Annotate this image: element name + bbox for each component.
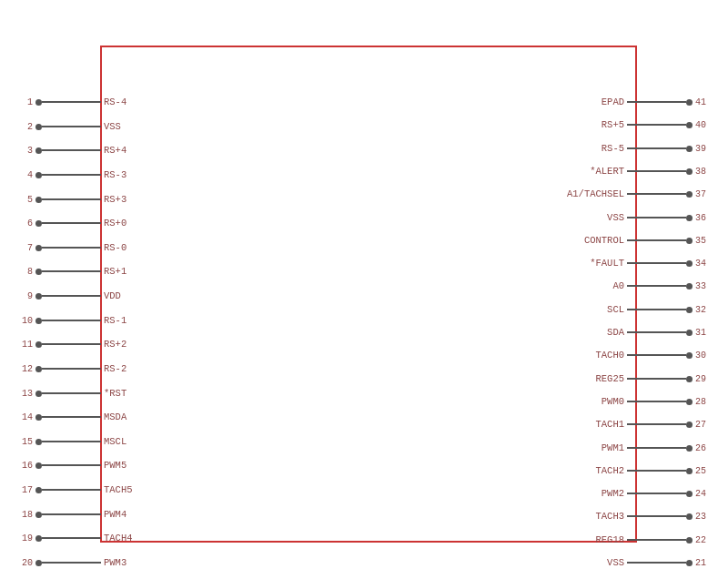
pin-number-left-16: 16 bbox=[18, 461, 33, 471]
pin-line-left-4 bbox=[42, 174, 101, 176]
pin-line-right-37 bbox=[627, 193, 686, 195]
pin-dot-left-20 bbox=[35, 560, 42, 566]
pin-line-right-28 bbox=[627, 401, 686, 402]
left-pin-row-4: 4RS-3 bbox=[18, 169, 126, 180]
pin-dot-left-11 bbox=[35, 341, 42, 348]
pin-label-left-19: TACH4 bbox=[101, 533, 133, 543]
pin-line-right-30 bbox=[627, 354, 686, 356]
pin-label-left-5: RS+3 bbox=[101, 194, 126, 205]
pin-dot-right-34 bbox=[686, 260, 693, 267]
pin-label-right-32: SCL bbox=[607, 304, 627, 315]
pin-line-right-22 bbox=[627, 539, 686, 541]
pin-number-left-7: 7 bbox=[18, 243, 33, 253]
pin-dot-right-28 bbox=[686, 399, 693, 405]
pin-number-left-2: 2 bbox=[18, 122, 33, 132]
pin-label-left-2: VSS bbox=[101, 121, 121, 132]
pin-number-right-41: 41 bbox=[695, 97, 710, 107]
pin-dot-left-6 bbox=[35, 220, 42, 227]
right-pin-row-38: 38*ALERT bbox=[590, 166, 710, 177]
pin-number-left-12: 12 bbox=[18, 364, 33, 374]
pin-dot-left-8 bbox=[35, 269, 42, 275]
pin-line-right-31 bbox=[627, 331, 686, 333]
left-pin-row-6: 6RS+0 bbox=[18, 218, 126, 229]
pin-dot-right-22 bbox=[686, 537, 693, 543]
pin-dot-left-4 bbox=[35, 172, 42, 178]
pin-label-left-14: MSDA bbox=[101, 411, 126, 422]
pin-dot-right-23 bbox=[686, 513, 693, 520]
pin-label-right-35: CONTROL bbox=[584, 235, 627, 246]
pin-label-right-24: PWM2 bbox=[602, 488, 627, 499]
pin-line-right-39 bbox=[627, 147, 686, 149]
pin-number-left-9: 9 bbox=[18, 291, 33, 301]
pin-line-left-5 bbox=[42, 198, 101, 200]
pin-label-right-36: VSS bbox=[607, 212, 627, 223]
left-pin-row-11: 11RS+2 bbox=[18, 339, 126, 350]
pin-dot-right-40 bbox=[686, 122, 693, 128]
pin-dot-right-39 bbox=[686, 146, 693, 152]
pin-label-right-21: VSS bbox=[607, 557, 627, 568]
pin-number-right-36: 36 bbox=[695, 213, 710, 223]
pin-line-left-11 bbox=[42, 343, 101, 345]
pin-line-left-13 bbox=[42, 392, 101, 394]
pin-label-left-3: RS+4 bbox=[101, 145, 126, 156]
pin-dot-left-18 bbox=[35, 512, 42, 518]
pin-line-left-9 bbox=[42, 295, 101, 297]
chip-container: 1RS-42VSS3RS+44RS-35RS+36RS+07RS-08RS+19… bbox=[18, 18, 710, 561]
left-pin-row-12: 12RS-2 bbox=[18, 363, 126, 374]
left-pin-row-19: 19TACH4 bbox=[18, 533, 133, 543]
pin-label-right-28: PWM0 bbox=[602, 396, 627, 407]
pin-line-left-6 bbox=[42, 222, 101, 224]
pin-number-right-31: 31 bbox=[695, 328, 710, 338]
pin-number-left-5: 5 bbox=[18, 195, 33, 205]
pin-line-right-32 bbox=[627, 309, 686, 310]
pin-line-left-10 bbox=[42, 320, 101, 321]
right-pin-row-39: 39RS-5 bbox=[602, 143, 710, 154]
pin-line-right-29 bbox=[627, 378, 686, 380]
pin-number-left-3: 3 bbox=[18, 146, 33, 156]
pin-label-right-30: TACH0 bbox=[595, 350, 627, 361]
pin-dot-left-5 bbox=[35, 197, 42, 203]
pin-number-right-27: 27 bbox=[695, 420, 710, 430]
pin-label-left-16: PWM5 bbox=[101, 460, 126, 471]
chip-body bbox=[100, 46, 637, 543]
pin-number-left-20: 20 bbox=[18, 558, 33, 568]
pin-line-right-21 bbox=[627, 562, 686, 564]
pin-line-left-17 bbox=[42, 489, 101, 491]
pin-label-left-8: RS+1 bbox=[101, 266, 126, 277]
pin-label-right-41: EPAD bbox=[602, 96, 627, 107]
pin-label-left-13: *RST bbox=[101, 388, 126, 399]
left-pin-row-18: 18PWM4 bbox=[18, 509, 126, 520]
pin-number-right-26: 26 bbox=[695, 443, 710, 453]
pin-dot-right-27 bbox=[686, 422, 693, 428]
right-pin-row-32: 32SCL bbox=[607, 304, 710, 315]
pin-label-right-40: RS+5 bbox=[602, 119, 627, 130]
pin-line-right-35 bbox=[627, 239, 686, 241]
pin-dot-left-15 bbox=[35, 439, 42, 445]
pin-number-left-1: 1 bbox=[18, 97, 33, 107]
pin-label-left-18: PWM4 bbox=[101, 509, 126, 520]
pin-label-right-39: RS-5 bbox=[602, 143, 627, 154]
left-pin-row-2: 2VSS bbox=[18, 121, 121, 132]
pin-dot-right-29 bbox=[686, 376, 693, 382]
left-pin-row-17: 17TACH5 bbox=[18, 484, 133, 495]
pin-label-right-37: A1/TACHSEL bbox=[567, 188, 627, 199]
right-pin-row-41: 41EPAD bbox=[602, 96, 710, 107]
right-pin-row-21: 21VSS bbox=[607, 557, 710, 568]
pin-dot-left-9 bbox=[35, 293, 42, 300]
right-pin-row-23: 23TACH3 bbox=[595, 511, 710, 522]
pin-label-right-29: REG25 bbox=[595, 373, 627, 384]
pin-number-right-25: 25 bbox=[695, 466, 710, 476]
pin-number-right-32: 32 bbox=[695, 305, 710, 315]
pin-number-right-40: 40 bbox=[695, 120, 710, 130]
pin-number-right-30: 30 bbox=[695, 350, 710, 361]
pin-label-left-11: RS+2 bbox=[101, 339, 126, 350]
right-pin-row-22: 22REG18 bbox=[595, 534, 710, 545]
left-pin-row-3: 3RS+4 bbox=[18, 145, 126, 156]
left-pin-row-7: 7RS-0 bbox=[18, 242, 126, 253]
pin-line-right-34 bbox=[627, 262, 686, 264]
pin-label-right-22: REG18 bbox=[595, 534, 627, 545]
left-pin-row-1: 1RS-4 bbox=[18, 96, 126, 107]
pin-label-right-38: *ALERT bbox=[590, 166, 627, 177]
pin-line-right-36 bbox=[627, 217, 686, 218]
pin-number-left-8: 8 bbox=[18, 267, 33, 277]
